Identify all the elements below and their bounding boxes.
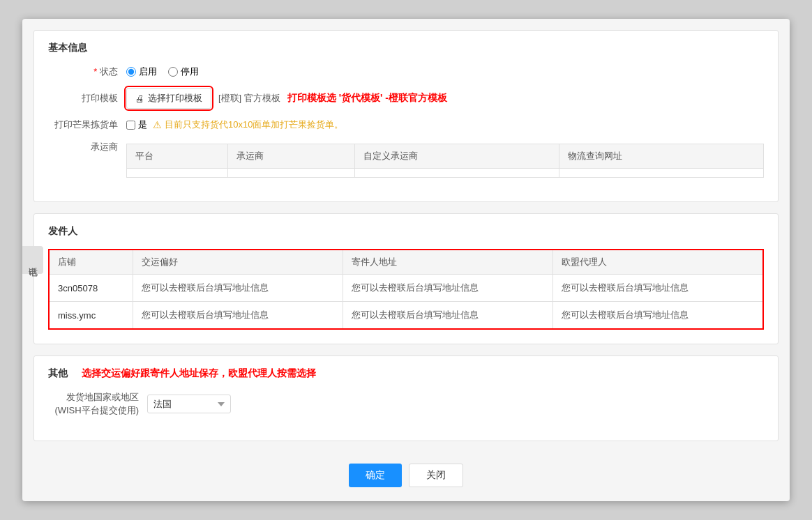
sender-eu-0: 您可以去橙联后台填写地址信息 (552, 275, 763, 302)
carrier-row: 承运商 平台 承运商 自定义承运商 物流查询网址 (48, 141, 764, 178)
select-template-label: 选择打印模板 (148, 92, 202, 105)
sender-table: 店铺 交运偏好 寄件人地址 欧盟代理人 3cn05078 您可以去橙联后台填写地… (48, 249, 764, 330)
print-template-row: 打印模板 选择打印模板 [橙联] 官方模板 打印模板选 '货代模板' -橙联官方… (48, 88, 764, 109)
left-tab: 电话 (22, 246, 43, 274)
confirm-button[interactable]: 确定 (349, 464, 402, 487)
sender-header-row: 店铺 交运偏好 寄件人地址 欧盟代理人 (49, 250, 763, 275)
template-tag: [橙联] 官方模板 (218, 92, 280, 105)
mango-row: 打印芒果拣货单 是 ⚠ 目前只支持货代10x10面单加打芒果捡货单。 (48, 118, 764, 131)
sender-transport-1: 您可以去橙联后台填写地址信息 (133, 302, 343, 330)
status-radio-group: 启用 停用 (126, 66, 199, 78)
mango-warning-text: 目前只支持货代10x10面单加打芒果捡货单。 (165, 118, 343, 131)
mango-label: 打印芒果拣货单 (48, 118, 118, 131)
status-disabled-radio[interactable] (168, 67, 178, 77)
carrier-col-custom: 自定义承运商 (355, 144, 559, 169)
sender-address-1: 您可以去橙联后台填写地址信息 (343, 302, 552, 330)
close-button[interactable]: 关闭 (409, 464, 463, 487)
sender-col-store: 店铺 (49, 250, 133, 275)
sender-address-0: 您可以去橙联后台填写地址信息 (343, 275, 552, 302)
carrier-label: 承运商 (48, 141, 118, 153)
sender-data-row-0: 3cn05078 您可以去橙联后台填写地址信息 您可以去橙联后台填写地址信息 您… (49, 275, 763, 302)
mango-options: 是 ⚠ 目前只支持货代10x10面单加打芒果捡货单。 (126, 118, 343, 131)
mango-checkbox-item[interactable]: 是 (126, 118, 147, 131)
origin-label: 发货地国家或地区 (WISH平台提交使用) (48, 391, 139, 416)
modal-footer: 确定 关闭 (22, 452, 790, 501)
print-template-label: 打印模板 (48, 92, 118, 105)
carrier-empty-row (127, 169, 764, 178)
print-template-area: 选择打印模板 [橙联] 官方模板 打印模板选 '货代模板' -橙联官方模板 (126, 88, 447, 109)
origin-select[interactable]: 法国中国美国德国英国 (147, 395, 231, 413)
sender-col-eu: 欧盟代理人 (552, 250, 763, 275)
sender-transport-0: 您可以去橙联后台填写地址信息 (133, 275, 343, 302)
warning-icon: ⚠ (153, 119, 162, 130)
other-section: 其他 选择交运偏好跟寄件人地址保存，欧盟代理人按需选择 发货地国家或地区 (WI… (33, 355, 779, 441)
sender-data-row-1: miss.ymc 您可以去橙联后台填写地址信息 您可以去橙联后台填写地址信息 您… (49, 302, 763, 330)
basic-info-section: 基本信息 状态 启用 停用 打印模板 (33, 30, 779, 202)
status-disabled-label: 停用 (181, 66, 199, 78)
sender-col-transport: 交运偏好 (133, 250, 343, 275)
status-enabled-option[interactable]: 启用 (126, 66, 157, 78)
other-title: 其他 (48, 367, 68, 380)
carrier-col-carrier: 承运商 (228, 144, 355, 169)
carrier-col-platform: 平台 (127, 144, 228, 169)
basic-info-title: 基本信息 (48, 42, 764, 54)
printer-icon (135, 93, 144, 104)
other-hint: 选择交运偏好跟寄件人地址保存，欧盟代理人按需选择 (82, 367, 316, 380)
sender-section: 发件人 店铺 交运偏好 寄件人地址 欧盟代理人 3cn05078 您可以去橙联后… (33, 213, 779, 344)
origin-row: 发货地国家或地区 (WISH平台提交使用) 法国中国美国德国英国 (48, 391, 764, 416)
carrier-col-tracking: 物流查询网址 (559, 144, 764, 169)
other-section-header: 其他 选择交运偏好跟寄件人地址保存，欧盟代理人按需选择 (48, 367, 764, 380)
sender-store-0: 3cn05078 (49, 275, 133, 302)
template-hint: 打印模板选 '货代模板' -橙联官方模板 (287, 92, 447, 105)
select-template-button[interactable]: 选择打印模板 (126, 88, 211, 109)
sender-title: 发件人 (48, 225, 764, 238)
mango-checkbox[interactable] (126, 121, 135, 130)
mango-checkbox-label: 是 (138, 118, 147, 131)
sender-col-address: 寄件人地址 (343, 250, 552, 275)
mango-warning: ⚠ 目前只支持货代10x10面单加打芒果捡货单。 (153, 118, 343, 131)
carrier-table-container: 平台 承运商 自定义承运商 物流查询网址 (126, 141, 764, 178)
sender-store-1: miss.ymc (49, 302, 133, 330)
status-enabled-label: 启用 (139, 66, 157, 78)
status-enabled-radio[interactable] (126, 67, 136, 77)
status-label: 状态 (48, 66, 118, 78)
sender-eu-1: 您可以去橙联后台填写地址信息 (552, 302, 763, 330)
status-disabled-option[interactable]: 停用 (168, 66, 199, 78)
carrier-table: 平台 承运商 自定义承运商 物流查询网址 (126, 144, 764, 178)
carrier-header-row: 平台 承运商 自定义承运商 物流查询网址 (127, 144, 764, 169)
status-row: 状态 启用 停用 (48, 66, 764, 78)
